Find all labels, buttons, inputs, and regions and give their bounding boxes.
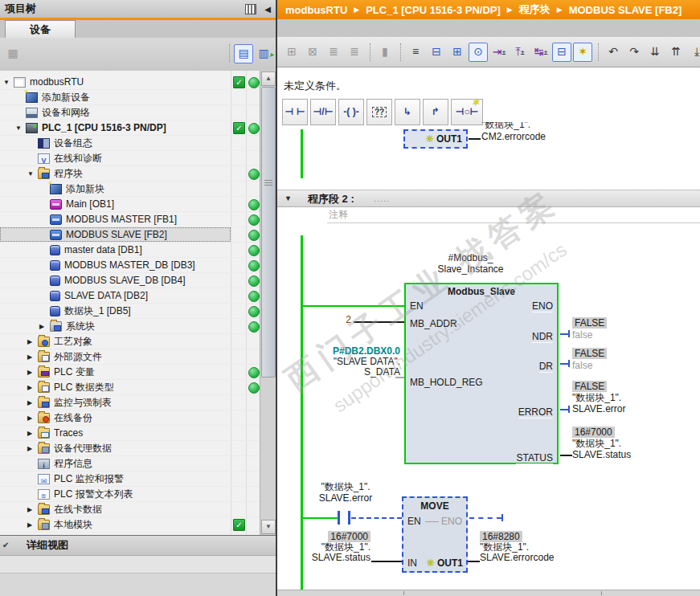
tree-item-data-block-1-db5[interactable]: 数据块_1 [DB5] bbox=[0, 304, 276, 319]
expand-arrow-icon[interactable]: ▶ bbox=[39, 323, 50, 330]
go-next-icon[interactable]: ↷ bbox=[624, 43, 644, 62]
absolute-operands-icon[interactable]: ≡ bbox=[406, 43, 425, 62]
columns-icon[interactable] bbox=[245, 4, 256, 14]
expand-arrow-icon[interactable]: ▶ bbox=[27, 506, 38, 513]
detail-view-header[interactable]: ✔ 详细视图 bbox=[0, 536, 276, 556]
contact-operand-line1[interactable]: "数据块_1". bbox=[297, 482, 394, 492]
error-operand-line2[interactable]: SLAVE.error bbox=[572, 404, 625, 414]
expand-arrow-icon[interactable]: ▶ bbox=[27, 430, 38, 437]
no-contact-button[interactable]: ⊣ ⊢ bbox=[282, 99, 308, 125]
tree-item-system-blocks[interactable]: ▶系统块 bbox=[0, 319, 276, 334]
tree-item-online-backups[interactable]: ▶在线备份 bbox=[0, 410, 276, 426]
tree-item-online-diagnostics[interactable]: 在线和诊断 bbox=[0, 151, 276, 166]
contact-pole[interactable] bbox=[338, 511, 340, 525]
collapse-network-icon[interactable]: ▼ bbox=[285, 194, 292, 202]
close-branch-icon[interactable]: ⤒± bbox=[510, 43, 530, 62]
network-2-header[interactable]: ▼ 程序段 2 : ..... bbox=[277, 190, 700, 207]
expand-arrow-icon[interactable]: ▼ bbox=[15, 125, 26, 132]
tree-item-program-info[interactable]: 程序信息 bbox=[0, 456, 276, 471]
tree-item-slave-data-db2[interactable]: SLAVE DATA [DB2] bbox=[0, 288, 276, 304]
export-icon[interactable]: ▥➤ bbox=[254, 44, 273, 63]
tree-item-modbusrtu[interactable]: ▼modbusRTU✓ bbox=[0, 75, 276, 90]
collapse-networks-icon[interactable]: ⊞ bbox=[448, 43, 467, 62]
error-operand-line1[interactable]: "数据块_1". bbox=[572, 393, 621, 403]
tree-item-plc-1[interactable]: ▼PLC_1 [CPU 1516-3 PN/DP]✓ bbox=[0, 120, 276, 136]
close-branch-button[interactable]: ↱ bbox=[423, 99, 448, 125]
mb-addr-value[interactable]: 2 bbox=[338, 315, 351, 325]
open-branch-icon[interactable]: ⇥± bbox=[489, 43, 509, 62]
update-call-icon[interactable]: ⇊ bbox=[645, 43, 665, 62]
breadcrumb-segment[interactable]: PLC_1 [CPU 1516-3 PN/DP] bbox=[366, 4, 501, 16]
dr-operand[interactable]: false bbox=[572, 361, 592, 371]
tree-item-modbus-master-fb1[interactable]: MODBUS MASTER [FB1] bbox=[0, 212, 276, 227]
tree-item-add-new-device[interactable]: 添加新设备 bbox=[0, 90, 276, 105]
scroll-up-icon[interactable]: ▲ bbox=[261, 71, 276, 86]
tree-item-modbus-slave-db4[interactable]: MODBUS SLAVE_DB [DB4] bbox=[0, 273, 276, 288]
delete-empty-line-icon[interactable]: ≣ bbox=[345, 43, 364, 62]
insert-empty-box-button[interactable]: ⊣○⊢✶ bbox=[451, 99, 483, 125]
status-operand-line1[interactable]: "数据块_1". bbox=[572, 439, 621, 449]
tree-item-plc-alarms[interactable]: PLC 监控和报警 bbox=[0, 471, 276, 487]
move-in-operand[interactable]: 16#7000 "数据块_1". SLAVE.status bbox=[292, 531, 370, 563]
go-previous-icon[interactable]: ↶ bbox=[604, 43, 623, 62]
tree-item-master-data-db1[interactable]: master data [DB1] bbox=[0, 243, 276, 258]
expand-arrow-icon[interactable]: ▼ bbox=[27, 170, 38, 178]
expand-arrow-icon[interactable]: ▶ bbox=[27, 445, 38, 452]
tree-item-add-new-block[interactable]: 添加新块 bbox=[0, 182, 276, 197]
expand-arrow-icon[interactable]: ▼ bbox=[3, 79, 14, 86]
contact-operand-line2[interactable]: SLAVE.error bbox=[297, 493, 394, 504]
nc-contact-button[interactable]: ⊣/⊢ bbox=[310, 99, 336, 125]
expand-arrow-icon[interactable]: ▶ bbox=[27, 384, 38, 391]
reset-start-values-icon[interactable]: ▮ bbox=[375, 43, 395, 62]
expand-arrow-icon[interactable]: ▶ bbox=[27, 521, 38, 529]
operand[interactable]: CM2.errorcode bbox=[481, 132, 546, 142]
breadcrumb-segment[interactable]: MODBUS SLAVE [FB2] bbox=[569, 4, 682, 16]
tree-item-main-ob1[interactable]: Main [OB1] bbox=[0, 197, 276, 212]
tree-item-alarm-text-lists[interactable]: PLC 报警文本列表 bbox=[0, 487, 276, 502]
tree-scrollbar[interactable]: ▲ ▼ bbox=[260, 71, 276, 535]
table-view-icon[interactable]: ▤ bbox=[234, 44, 253, 63]
breadcrumb-segment[interactable]: 程序块 bbox=[519, 2, 551, 17]
tree-item-local-modules[interactable]: ▶本地模块✓ bbox=[0, 517, 276, 533]
tree-item-devices-networks[interactable]: 设备和网络 bbox=[0, 105, 276, 120]
tree-item-external-source-files[interactable]: ▶外部源文件 bbox=[0, 349, 276, 365]
tree-item-online-card-data[interactable]: ▶在线卡数据 bbox=[0, 502, 276, 517]
breadcrumb-segment[interactable]: modbusRTU bbox=[285, 4, 347, 16]
tab-devices[interactable]: 设备 bbox=[5, 20, 76, 38]
expand-arrow-icon[interactable]: ▶ bbox=[27, 353, 38, 361]
expand-arrow-icon[interactable]: ▶ bbox=[27, 369, 38, 376]
insert-empty-line-icon[interactable]: ≣ bbox=[324, 43, 343, 62]
tree-item-traces[interactable]: ▶Traces bbox=[0, 426, 276, 441]
sort-icon[interactable]: ▦ bbox=[3, 44, 23, 63]
coil-button[interactable]: -( )- bbox=[338, 99, 364, 125]
collapse-panel-icon[interactable]: ◀ bbox=[264, 5, 271, 14]
jump-label-icon[interactable]: ↹± bbox=[531, 43, 551, 62]
scrollbar-thumb[interactable] bbox=[261, 87, 276, 378]
hold-reg-operand[interactable]: P#DB2.DBX0.0 "SLAVE DATA". S_DATA bbox=[308, 346, 400, 378]
expand-arrow-icon[interactable]: ▶ bbox=[27, 414, 38, 422]
status-operand-line2[interactable]: SLAVE.status bbox=[572, 450, 631, 460]
tree-item-plc-tags[interactable]: ▶PLC 变量 bbox=[0, 365, 276, 380]
empty-box-button[interactable]: ?? bbox=[366, 99, 392, 125]
sync-call-icon[interactable]: ⇈ bbox=[666, 43, 686, 62]
tree-item-modbus-slave-fb2[interactable]: MODBUS SLAVE [FB2] bbox=[0, 227, 276, 243]
network-comment[interactable]: 注释 bbox=[329, 208, 348, 222]
download-icon[interactable]: ⤓ bbox=[687, 43, 700, 62]
tree-item-watch-force-tables[interactable]: ▶监控与强制表 bbox=[0, 395, 276, 410]
tree-item-device-proxy-data[interactable]: ▶设备代理数据 bbox=[0, 441, 276, 456]
display-format-icon[interactable]: ⊟ bbox=[552, 43, 571, 62]
tree-item-modbus-master-db3[interactable]: MODBUS MASTER_DB [DB3] bbox=[0, 258, 276, 273]
insert-network-icon[interactable]: ⊞ bbox=[282, 43, 301, 62]
ndr-operand[interactable]: false bbox=[572, 330, 592, 341]
tree-item-technology-objects[interactable]: ▶工艺对象 bbox=[0, 334, 276, 349]
expand-arrow-icon[interactable]: ▶ bbox=[27, 399, 38, 406]
expand-networks-icon[interactable]: ⊟ bbox=[427, 43, 446, 62]
tree-item-program-blocks[interactable]: ▼程序块 bbox=[0, 166, 276, 182]
out1-box-remnant[interactable]: ✳ OUT1 bbox=[403, 129, 468, 149]
favorites-icon[interactable]: ✶ bbox=[573, 43, 592, 62]
contact-pole[interactable] bbox=[348, 511, 350, 525]
open-branch-button[interactable]: ↳ bbox=[395, 99, 420, 125]
move-block[interactable]: MOVE EN ENO IN ✳ OUT1 bbox=[402, 496, 468, 573]
network-comments-icon[interactable]: ⊙ bbox=[469, 43, 488, 62]
modbus-slave-block[interactable]: Modbus_Slave EN MB_ADDR MB_HOLD_REG ENO … bbox=[404, 283, 559, 464]
